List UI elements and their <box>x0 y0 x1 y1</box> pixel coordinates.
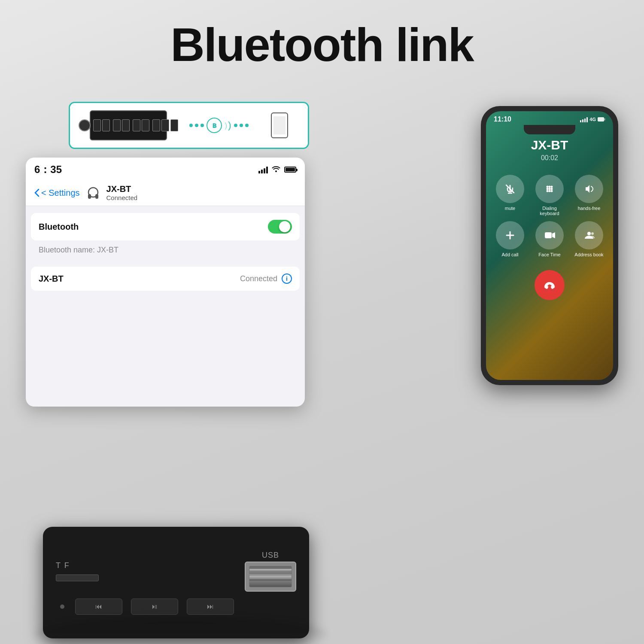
svg-rect-4 <box>605 118 605 121</box>
next-icon: ⏭ <box>207 603 214 611</box>
device-row-status: Connected <box>240 274 277 283</box>
svg-rect-19 <box>545 232 552 238</box>
add-icon-circle <box>496 221 524 249</box>
phone-status-bar: 11:10 4G <box>486 111 613 125</box>
bt-signal: ʙ ) ) <box>189 118 248 133</box>
device-screen <box>90 110 167 140</box>
call-duration: 00:02 <box>486 154 613 162</box>
keyboard-label: Dialing keyboard <box>532 206 567 216</box>
play-pause-button[interactable]: ⏯ <box>131 598 178 615</box>
speaker-icon-circle <box>575 175 603 203</box>
prev-icon: ⏮ <box>95 603 102 611</box>
phone-time: 11:10 <box>494 115 511 123</box>
bluetooth-icon: ʙ <box>207 118 222 133</box>
svg-point-13 <box>551 188 553 190</box>
signal-waves: ) ) <box>225 120 231 131</box>
bt-name-section: Bluetooth name: JX-BT <box>31 240 300 260</box>
device-list-section: JX-BT Connected i <box>31 267 300 291</box>
back-button[interactable]: < Settings <box>34 188 80 198</box>
next-button[interactable]: ⏭ <box>187 598 234 615</box>
call-name: JX-BT <box>486 138 613 152</box>
bluetooth-row: Bluetooth <box>31 213 300 240</box>
ios-time: 6：35 <box>34 163 62 176</box>
bluetooth-section: Bluetooth <box>31 213 300 240</box>
ios-settings-screen: 6：35 <box>26 158 305 407</box>
svg-rect-3 <box>598 117 604 122</box>
facetime-button[interactable]: Face Time <box>532 221 567 257</box>
address-book-label: Address book <box>574 252 603 257</box>
svg-point-9 <box>549 186 551 188</box>
smartphone-screen: 11:10 4G JX-BT 00:02 <box>486 111 613 380</box>
svg-point-8 <box>547 186 549 188</box>
play-pause-icon: ⏯ <box>151 603 158 611</box>
usb-port <box>245 562 296 592</box>
ios-nav-bar[interactable]: < Settings JX-BT Connected <box>26 180 305 206</box>
usb-label: USB <box>262 551 279 560</box>
contacts-icon-circle <box>575 221 603 249</box>
info-button[interactable]: i <box>282 273 292 284</box>
ios-content: Bluetooth Bluetooth name: JX-BT JX-BT Co… <box>26 213 305 291</box>
dot-line-right <box>234 124 249 127</box>
bluetooth-toggle[interactable] <box>268 220 292 234</box>
ios-status-bar: 6：35 <box>26 158 305 180</box>
tf-section: T F <box>56 561 99 581</box>
add-call-button[interactable]: Add call <box>493 221 527 257</box>
content-area: ʙ ) ) 6：35 <box>0 80 644 644</box>
svg-point-14 <box>547 190 549 192</box>
phone-notch <box>524 125 575 134</box>
dialing-keyboard-button[interactable]: Dialing keyboard <box>532 175 567 216</box>
bluetooth-label: Bluetooth <box>39 222 79 232</box>
address-book-button[interactable]: Address book <box>572 221 606 257</box>
ios-device-name: JX-BT Connected <box>106 184 138 201</box>
wifi-icon <box>271 165 281 174</box>
back-label: < Settings <box>41 188 80 198</box>
usb-section: USB <box>245 551 296 592</box>
signal-bars <box>258 166 268 173</box>
call-buttons-grid: mute <box>486 162 613 261</box>
svg-marker-20 <box>552 232 555 238</box>
phone-icon-small <box>271 112 288 138</box>
end-call-area <box>486 270 613 300</box>
svg-rect-2 <box>95 194 98 199</box>
device-knob <box>79 119 91 131</box>
svg-point-12 <box>549 188 551 190</box>
facetime-label: Face Time <box>538 252 560 257</box>
video-icon-circle <box>535 221 564 249</box>
ios-device-title: JX-BT <box>106 184 138 194</box>
keyboard-icon-circle <box>535 175 564 203</box>
device-indicator-dot <box>60 605 64 609</box>
hands-free-button[interactable]: hands-free <box>572 175 606 216</box>
seg-display <box>93 119 178 131</box>
svg-point-16 <box>551 190 553 192</box>
smartphone: 11:10 4G JX-BT 00:02 <box>481 106 618 385</box>
device-panel: ʙ ) ) <box>69 102 309 149</box>
svg-point-22 <box>591 232 594 235</box>
tf-label: T F <box>56 561 70 570</box>
svg-rect-1 <box>88 194 91 199</box>
dot-line-left <box>189 124 204 127</box>
ios-device-status: Connected <box>106 194 138 201</box>
phone-signal-bars <box>580 116 588 122</box>
mute-button[interactable]: mute <box>493 175 527 216</box>
device-buttons-row: ⏮ ⏯ ⏭ <box>56 598 296 615</box>
phone-status-icons: 4G <box>580 116 605 122</box>
card-slot <box>56 574 99 581</box>
usb-inner <box>249 566 292 587</box>
hands-free-label: hands-free <box>578 206 601 211</box>
svg-point-21 <box>587 232 591 235</box>
svg-point-10 <box>551 186 553 188</box>
prev-button[interactable]: ⏮ <box>75 598 122 615</box>
headphone-icon <box>85 185 101 201</box>
add-call-label: Add call <box>501 252 518 257</box>
svg-point-15 <box>549 190 551 192</box>
device-row-name: JX-BT <box>39 274 64 284</box>
page-title: Bluetooth link <box>0 0 644 72</box>
device-row[interactable]: JX-BT Connected i <box>31 267 300 291</box>
ios-status-icons <box>258 165 296 174</box>
device-row-right: Connected i <box>240 273 292 284</box>
phone-screen-small <box>273 116 286 134</box>
end-call-button[interactable] <box>535 270 565 300</box>
battery-icon <box>284 167 296 173</box>
bt-name-label: Bluetooth name: JX-BT <box>39 246 118 254</box>
toggle-thumb <box>279 221 290 232</box>
